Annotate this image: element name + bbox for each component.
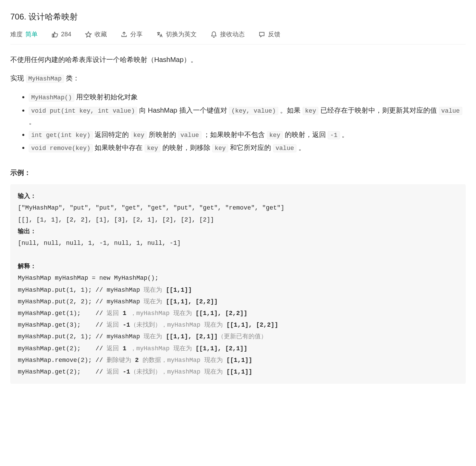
code-key: key: [131, 131, 147, 139]
likes-count: 284: [61, 29, 71, 39]
difficulty-label: 难度: [10, 29, 23, 39]
method-item-get: int get(int key) 返回特定的 key 所映射的 value ；如…: [29, 129, 466, 140]
meta-toolbar: 难度 简单 284 收藏 分享 切换为英文 接收动态 反馈: [10, 29, 466, 45]
problem-title: 706. 设计哈希映射: [10, 10, 466, 23]
method-item-put: void put(int key, int value) 向 HashMap 插…: [29, 105, 466, 127]
code-key: key: [145, 144, 160, 152]
subscribe-label: 接收动态: [220, 29, 245, 39]
code-key: key: [267, 131, 283, 139]
feedback-icon: [258, 31, 265, 38]
feedback-button[interactable]: 反馈: [258, 29, 280, 39]
likes-button[interactable]: 284: [51, 29, 71, 39]
problem-description: 不使用任何内建的哈希表库设计一个哈希映射（HashMap）。 实现 MyHash…: [10, 54, 466, 384]
method-item-remove: void remove(key) 如果映射中存在 key 的映射，则移除 key…: [29, 142, 466, 153]
code-key: key: [303, 107, 318, 115]
code-value: value: [178, 131, 201, 139]
example-header: 示例：: [10, 167, 466, 178]
favorite-button[interactable]: 收藏: [85, 29, 107, 39]
code-neg1: -1: [328, 131, 340, 139]
difficulty-value: 简单: [25, 29, 38, 39]
difficulty: 难度 简单: [10, 29, 38, 39]
implement-paragraph: 实现 MyHashMap 类：: [10, 73, 466, 84]
code-value: value: [439, 107, 462, 115]
method-list: MyHashMap() 用空映射初始化对象 void put(int key, …: [10, 91, 466, 153]
class-name-code: MyHashMap: [26, 75, 64, 83]
thumbs-up-icon: [51, 31, 58, 38]
translate-icon: [156, 31, 163, 38]
share-label: 分享: [130, 29, 143, 39]
star-icon: [85, 31, 92, 38]
method-item-constructor: MyHashMap() 用空映射初始化对象: [29, 91, 466, 103]
switch-language-label: 切换为英文: [166, 29, 197, 39]
share-button[interactable]: 分享: [121, 29, 143, 39]
bell-icon: [210, 31, 217, 38]
switch-language-button[interactable]: 切换为英文: [156, 29, 197, 39]
share-icon: [121, 31, 127, 38]
code-key: key: [212, 144, 228, 152]
feedback-label: 反馈: [268, 29, 280, 39]
code-kv: (key, value): [229, 107, 278, 115]
subscribe-button[interactable]: 接收动态: [210, 29, 245, 39]
code-constructor: MyHashMap(): [29, 93, 74, 102]
intro-paragraph: 不使用任何内建的哈希表库设计一个哈希映射（HashMap）。: [10, 54, 466, 65]
code-value: value: [273, 144, 296, 152]
code-get: int get(int key): [29, 131, 93, 139]
code-put: void put(int key, int value): [29, 107, 137, 115]
example-block: 输入： ["MyHashMap", "put", "put", "get", "…: [10, 184, 466, 384]
code-remove: void remove(key): [29, 144, 93, 152]
favorite-label: 收藏: [95, 29, 107, 39]
